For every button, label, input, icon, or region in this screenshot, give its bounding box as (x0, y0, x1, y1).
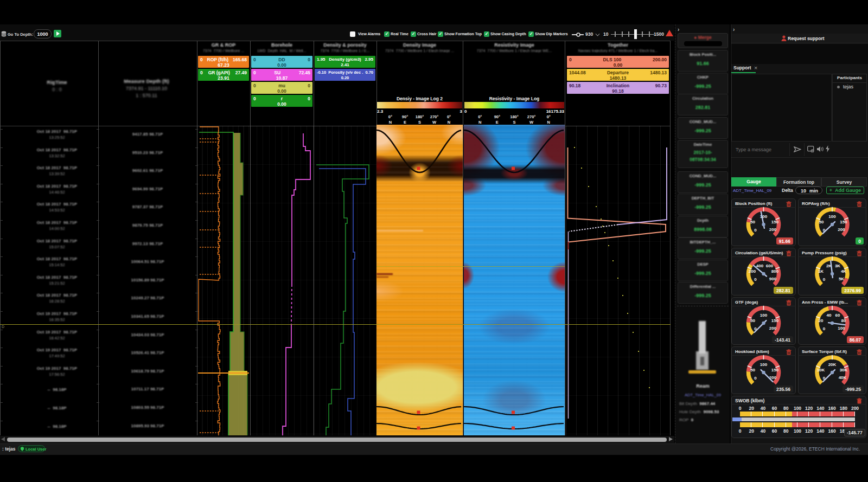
svg-text:200: 200 (769, 326, 777, 331)
svg-text:30K: 30K (840, 368, 848, 372)
svg-text:1K: 1K (818, 269, 824, 274)
svg-text:100: 100 (838, 326, 845, 331)
svg-text:100: 100 (760, 313, 768, 318)
svg-text:4K: 4K (841, 269, 846, 274)
svg-text:400: 400 (756, 264, 764, 268)
svg-text:150: 150 (771, 220, 779, 224)
svg-text:10K: 10K (817, 368, 825, 372)
svg-text:40: 40 (827, 313, 832, 318)
svg-text:50: 50 (750, 220, 755, 224)
svg-text:20: 20 (819, 318, 824, 323)
svg-text:150: 150 (840, 220, 847, 224)
svg-text:900: 900 (769, 277, 777, 281)
svg-text:80: 80 (841, 318, 846, 323)
svg-text:3K: 3K (835, 264, 840, 268)
svg-text:20K: 20K (828, 362, 837, 367)
svg-text:50: 50 (750, 368, 755, 372)
svg-text:100: 100 (760, 362, 768, 367)
svg-text:0: 0 (823, 277, 826, 282)
svg-text:200: 200 (838, 227, 845, 232)
svg-text:200: 200 (769, 227, 777, 232)
svg-text:600: 600 (766, 264, 774, 268)
svg-text:50: 50 (819, 220, 824, 224)
svg-text:0: 0 (754, 228, 757, 233)
svg-text:200: 200 (749, 269, 756, 274)
svg-text:800: 800 (771, 269, 779, 274)
svg-text:0: 0 (754, 277, 757, 282)
svg-text:150: 150 (771, 318, 779, 323)
svg-text:40K: 40K (839, 375, 847, 380)
svg-text:100: 100 (828, 214, 836, 219)
svg-text:60: 60 (835, 313, 840, 318)
svg-text:0: 0 (754, 376, 757, 381)
svg-text:50: 50 (750, 318, 755, 323)
svg-text:0: 0 (823, 326, 826, 331)
svg-text:150: 150 (771, 368, 779, 372)
svg-text:5K: 5K (839, 277, 844, 281)
